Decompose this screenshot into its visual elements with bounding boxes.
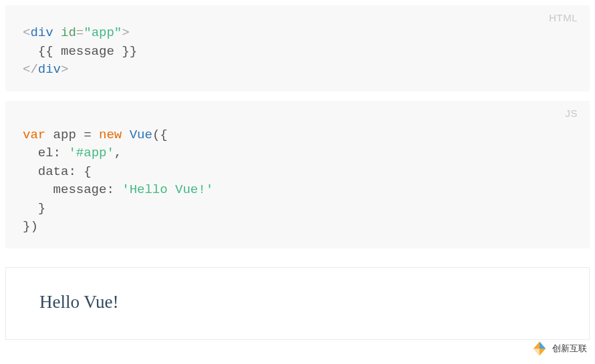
code-token: "app" (84, 25, 122, 40)
watermark-logo-icon (531, 340, 548, 357)
code-token: Vue (130, 128, 152, 142)
code-token: div (30, 25, 53, 40)
lang-label-html: HTML (549, 12, 578, 23)
code-token: div (38, 62, 61, 77)
watermark: 创新互联 (531, 340, 587, 357)
js-code-block: JS var app = new Vue({ el: '#app', data:… (5, 101, 590, 248)
js-code-content: var app = new Vue({ el: '#app', data: { … (23, 126, 572, 236)
code-token: id (61, 25, 76, 40)
code-token: } (23, 201, 45, 216)
code-token (61, 146, 68, 160)
code-token (122, 128, 129, 142)
html-code-content: <div id="app"> {{ message }} </div> (23, 24, 572, 79)
code-token (76, 164, 84, 179)
code-token (53, 25, 61, 40)
code-token: 'Hello Vue!' (122, 182, 213, 197)
output-block: Hello Vue! (5, 267, 590, 340)
code-token: </ (23, 62, 38, 77)
code-token: ({ (152, 128, 168, 142)
code-token: new (99, 128, 122, 142)
code-token: data: (38, 164, 76, 179)
code-token: var (23, 128, 45, 142)
code-token (23, 182, 53, 197)
output-text: Hello Vue! (39, 292, 556, 313)
code-token (114, 182, 122, 197)
code-token: message: (53, 182, 114, 197)
lang-label-js: JS (565, 108, 578, 119)
code-token: { (84, 164, 91, 179)
code-token: }) (23, 219, 38, 234)
code-token: > (61, 62, 68, 77)
code-token: < (23, 25, 30, 40)
code-token: , (114, 146, 122, 160)
code-token: '#app' (68, 146, 114, 160)
code-token: = (76, 25, 84, 40)
code-token: app = (45, 128, 99, 142)
html-code-block: HTML <div id="app"> {{ message }} </div> (5, 5, 590, 92)
code-token: {{ message }} (23, 44, 137, 59)
code-token: el: (38, 146, 61, 160)
watermark-text: 创新互联 (552, 343, 587, 355)
code-token: > (122, 25, 129, 40)
code-token (23, 146, 38, 160)
code-token (23, 164, 38, 179)
